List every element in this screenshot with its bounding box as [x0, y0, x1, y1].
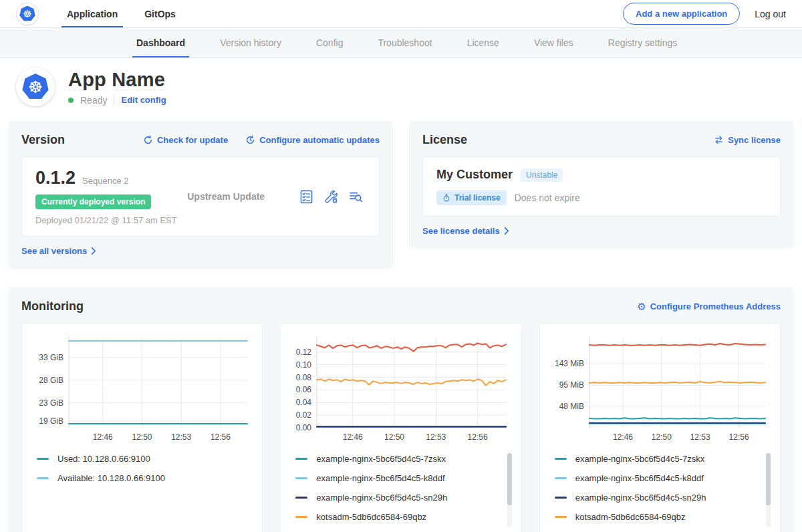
svg-text:0.08: 0.08 [296, 373, 312, 382]
edit-config-link[interactable]: Edit config [121, 95, 166, 105]
configure-prometheus-label: Configure Prometheus Address [650, 301, 781, 311]
legend-scrollbar[interactable] [507, 453, 512, 527]
legend-swatch [37, 477, 49, 479]
kubernetes-wheel-icon: ☸ [22, 74, 49, 100]
sync-license-link[interactable]: Sync license [714, 135, 781, 145]
legend-item: kotsadm-5db6dc6584-69qbz [295, 513, 503, 521]
logout-button[interactable]: Log out [755, 9, 786, 19]
add-application-button[interactable]: Add a new application [623, 3, 740, 25]
legend-item: kotsadm-5db6dc6584-69qbz [555, 513, 763, 521]
see-all-versions-link[interactable]: See all versions [21, 246, 96, 256]
svg-text:0.10: 0.10 [296, 360, 312, 370]
monitoring-section: Monitoring ⚙ Configure Prometheus Addres… [8, 287, 794, 532]
edit-config-icon[interactable] [324, 190, 338, 204]
svg-text:0.06: 0.06 [296, 385, 312, 394]
svg-text:12:53: 12:53 [426, 432, 446, 442]
svg-text:143 MiB: 143 MiB [555, 359, 584, 368]
tab-label: Troubleshoot [378, 37, 432, 48]
svg-text:12:46: 12:46 [343, 432, 363, 442]
svg-text:0.12: 0.12 [296, 348, 312, 357]
sync-license-label: Sync license [728, 135, 781, 145]
topnav-tab-label: Application [67, 9, 118, 19]
legend-swatch [295, 497, 307, 499]
tab-license[interactable]: License [450, 28, 517, 57]
memory-usage-chart[interactable]: 48 MiB95 MiB143 MiB12:4612:5012:5312:56 [548, 331, 771, 445]
legend-item: example-nginx-5bc6f5d4c5-k8ddf [295, 474, 503, 483]
version-card-title: Version [21, 133, 65, 147]
stopwatch-icon [442, 194, 450, 202]
kubernetes-logo: ☸ [16, 3, 39, 25]
preflight-checks-icon[interactable] [299, 190, 313, 204]
legend-swatch [555, 516, 567, 518]
svg-text:12:50: 12:50 [384, 432, 404, 442]
disk-usage-chart[interactable]: 19 GiB23 GiB28 GiB33 GiB12:4612:5012:531… [30, 331, 253, 445]
disk-usage-legend: Used: 10.128.0.66:9100Available: 10.128.… [30, 452, 254, 531]
cpu-usage-chart[interactable]: 0.000.020.040.060.080.100.1212:4612:5012… [289, 331, 511, 445]
legend-swatch [555, 477, 567, 479]
svg-text:12:53: 12:53 [171, 432, 191, 442]
channel-badge: Unstable [521, 168, 563, 182]
check-for-update-label: Check for update [157, 135, 228, 145]
topnav-tab-label: GitOps [144, 9, 176, 19]
svg-text:12:46: 12:46 [613, 432, 633, 442]
svg-text:95 MiB: 95 MiB [559, 380, 583, 390]
topnav-tab-application[interactable]: Application [56, 0, 128, 27]
tab-label: License [467, 37, 499, 48]
version-card: Version Check for update Configure autom… [8, 121, 393, 269]
customer-name: My Customer [436, 168, 513, 182]
legend-swatch [555, 497, 567, 499]
check-for-update-link[interactable]: Check for update [143, 135, 228, 145]
legend-scrollbar-thumb[interactable] [766, 453, 771, 505]
tab-registry-settings[interactable]: Registry settings [591, 28, 694, 57]
configure-automatic-updates-link[interactable]: Configure automatic updates [245, 135, 380, 145]
page-title: App Name [68, 69, 166, 91]
cpu-usage-legend: example-nginx-5bc6f5d4c5-7zskxexample-ng… [289, 452, 513, 531]
legend-swatch [555, 458, 567, 460]
topnav-tab-gitops[interactable]: GitOps [134, 0, 186, 27]
legend-item: example-nginx-5bc6f5d4c5-sn29h [555, 493, 763, 502]
tab-label: View files [534, 37, 573, 48]
tab-label: Dashboard [136, 37, 185, 48]
legend-scrollbar-thumb[interactable] [507, 453, 512, 505]
scheduled-update-icon [245, 135, 255, 145]
legend-label: example-nginx-5bc6f5d4c5-k8ddf [575, 473, 704, 483]
chevron-right-icon [504, 227, 509, 235]
svg-text:19 GiB: 19 GiB [39, 416, 63, 426]
configure-prometheus-link[interactable]: ⚙ Configure Prometheus Address [637, 301, 781, 311]
legend-swatch [295, 516, 307, 518]
app-avatar: ☸ [16, 68, 55, 106]
svg-text:33 GiB: 33 GiB [39, 353, 63, 362]
svg-text:28 GiB: 28 GiB [39, 376, 63, 385]
svg-text:0.04: 0.04 [296, 398, 312, 407]
svg-text:12:46: 12:46 [93, 432, 113, 442]
tab-label: Registry settings [608, 37, 677, 48]
license-card-title: License [422, 133, 467, 147]
deploy-logs-icon[interactable] [349, 190, 363, 204]
tab-dashboard[interactable]: Dashboard [119, 28, 203, 57]
license-type-badge: Trial license [436, 190, 507, 205]
license-type-label: Trial license [454, 193, 501, 203]
legend-label: example-nginx-5bc6f5d4c5-k8ddf [316, 473, 444, 483]
legend-label: example-nginx-5bc6f5d4c5-sn29h [575, 493, 706, 503]
legend-swatch [295, 458, 307, 460]
see-all-versions-label: See all versions [21, 246, 87, 256]
legend-item: Used: 10.128.0.66:9100 [37, 454, 245, 463]
tab-view-files[interactable]: View files [517, 28, 591, 57]
app-status: Ready [80, 95, 107, 106]
tab-label: Version history [220, 37, 281, 48]
monitoring-title: Monitoring [21, 299, 84, 313]
tab-version-history[interactable]: Version history [203, 28, 299, 57]
top-nav: ☸ Application GitOps Add a new applicati… [0, 0, 802, 28]
legend-item: Available: 10.128.0.66:9100 [37, 474, 245, 483]
see-license-details-link[interactable]: See license details [422, 226, 509, 236]
license-expiry: Does not expire [515, 192, 580, 203]
kubernetes-wheel-icon: ☸ [19, 6, 35, 22]
legend-scrollbar[interactable] [766, 453, 771, 527]
tab-troubleshoot[interactable]: Troubleshoot [360, 28, 449, 57]
svg-text:12:53: 12:53 [690, 432, 710, 442]
deployed-timestamp: Deployed 01/21/22 @ 11:57 am EST [35, 215, 187, 225]
tab-config[interactable]: Config [299, 28, 360, 57]
memory-usage-legend: example-nginx-5bc6f5d4c5-7zskxexample-ng… [548, 452, 772, 531]
version-sequence: Sequence 2 [82, 176, 128, 186]
cpu-usage-panel: 0.000.020.040.060.080.100.1212:4612:5012… [280, 323, 521, 532]
